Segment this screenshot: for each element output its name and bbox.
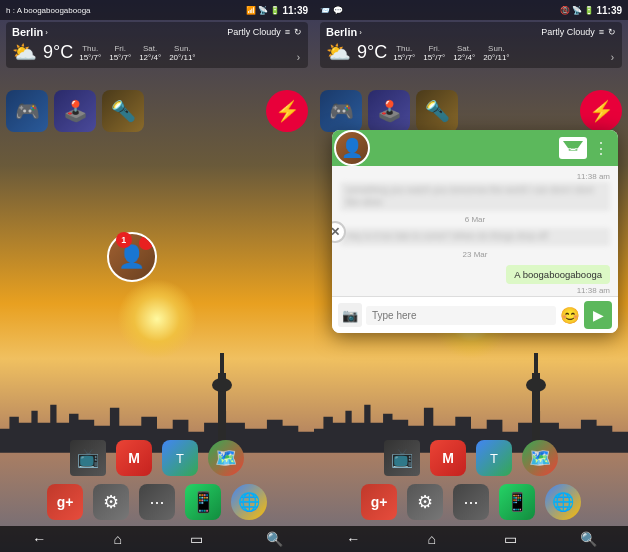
weather-main-right: ⛅ 9°C Thu. 15°/7° Fri. 15°/7° Sat. 12°/4… [326, 40, 616, 64]
back-button-right[interactable]: ← [338, 527, 368, 551]
status-bar-left: h : A boogaboogabooga 📶 📡 🔋 11:39 [0, 0, 314, 20]
dock-translate[interactable]: T [162, 440, 198, 476]
dock-settings[interactable]: ⚙ [93, 484, 129, 520]
notification-icon1: 📨 [320, 6, 330, 15]
sent-message: A boogaboogabooga [506, 265, 610, 284]
refresh-icon[interactable]: ↻ [294, 27, 302, 37]
notification-icon2: 💬 [333, 6, 343, 15]
dock-all-apps-right[interactable]: ··· [453, 484, 489, 520]
status-bar-right-icons: 📶 📡 🔋 11:39 [246, 5, 308, 16]
search-button[interactable]: 🔍 [260, 527, 290, 551]
status-left-icons: 📨 💬 [320, 6, 343, 15]
dock-tv[interactable]: 📺 [70, 440, 106, 476]
weather-icon-right: ⛅ [326, 40, 351, 64]
menu-icon: ≡ [285, 27, 290, 37]
chat-menu-dots[interactable]: ⋮ [593, 139, 610, 158]
dock-row-top: 📺 M T 🗺️ [70, 440, 244, 476]
flash-widget-right[interactable]: ⚡ [580, 90, 622, 132]
avatar-face-icon: 👤 [341, 137, 363, 159]
refresh-icon-right[interactable]: ↻ [608, 27, 616, 37]
chat-badge: 1 [116, 232, 132, 248]
weather-top: Berlin › Partly Cloudy ≡ ↻ [12, 26, 302, 38]
forecast-fri: Fri. 15°/7° [109, 44, 131, 62]
forecast-sat: Sat. 12°/4° [139, 44, 161, 62]
weather-city: Berlin › [12, 26, 48, 38]
battery-icon: 🔋 [270, 6, 280, 15]
battery-icon-right: 🔋 [584, 6, 594, 15]
envelope-icon[interactable]: ✉ [559, 137, 587, 159]
dock-maps-right[interactable]: 🗺️ [522, 440, 558, 476]
chat-header-icons: ✉ ⋮ [559, 137, 610, 159]
forecast-thu: Thu. 15°/7° [79, 44, 101, 62]
dock-tv-right[interactable]: 📺 [384, 440, 420, 476]
chat-messages: 11:38 am something you watch you tomorro… [332, 166, 618, 296]
bottom-nav-right: ← ⌂ ▭ 🔍 [314, 526, 628, 552]
msg-date-2: 23 Mar [340, 250, 610, 259]
dock-all-apps[interactable]: ··· [139, 484, 175, 520]
app-icon-game2-right[interactable]: 🕹️ [368, 90, 410, 132]
chat-bubble[interactable]: 👤 [107, 232, 157, 282]
wifi-icon-right: 📡 [572, 6, 582, 15]
dock-whatsapp[interactable]: 📱 [185, 484, 221, 520]
home-button[interactable]: ⌂ [103, 527, 133, 551]
chat-text-input[interactable] [366, 306, 556, 325]
dock-chrome-right[interactable]: 🌐 [545, 484, 581, 520]
weather-forecast: Thu. 15°/7° Fri. 15°/7° Sat. 12°/4° Sun.… [79, 44, 195, 62]
app-icon-game3[interactable]: 🔦 [102, 90, 144, 132]
weather-temp-right: 9°C [357, 42, 387, 63]
app-icons-row: 🎮 🕹️ 🔦 ⚡ [6, 90, 308, 132]
home-button-right[interactable]: ⌂ [417, 527, 447, 551]
dock-maps[interactable]: 🗺️ [208, 440, 244, 476]
sent-message-row: A boogaboogabooga 11:38 am [340, 263, 610, 296]
status-bar-right: 📨 💬 📵 📡 🔋 11:39 [314, 0, 628, 20]
flash-icon-right: ⚡ [589, 99, 614, 123]
forecast-sun: Sun. 20°/11° [169, 44, 195, 62]
weather-forecast-right: Thu. 15°/7° Fri. 15°/7° Sat. 12°/4° Sun.… [393, 44, 509, 62]
bottom-dock-right: 📺 M T 🗺️ g+ ⚙ ··· 📱 🌐 [314, 440, 628, 526]
recents-button-right[interactable]: ▭ [495, 527, 525, 551]
nav-arrow: › [297, 52, 300, 63]
app-icon-game2[interactable]: 🕹️ [54, 90, 96, 132]
signal-icon: 📶 [246, 6, 256, 15]
dock-chrome[interactable]: 🌐 [231, 484, 267, 520]
status-notification: h : A boogaboogabooga [6, 6, 91, 15]
dock-row-bottom-right: g+ ⚙ ··· 📱 🌐 [361, 484, 581, 520]
weather-city-right: Berlin › [326, 26, 362, 38]
app-icon-game1-right[interactable]: 🎮 [320, 90, 362, 132]
weather-condition: Partly Cloudy ≡ ↻ [227, 27, 302, 37]
chat-input-bar: 📷 😊 ▶ [332, 296, 618, 333]
dock-row-bottom: g+ ⚙ ··· 📱 🌐 [47, 484, 267, 520]
flash-widget[interactable]: ⚡ [266, 90, 308, 132]
msg-blurred-2: Hey is it too late to come? When do thin… [340, 228, 610, 246]
chat-avatar-wrapper: 👤 [334, 130, 376, 166]
time-display-right: 11:39 [596, 5, 622, 16]
dock-row-top-right: 📺 M T 🗺️ [384, 440, 558, 476]
dock-gmail-right[interactable]: M [430, 440, 466, 476]
dock-google-plus-right[interactable]: g+ [361, 484, 397, 520]
app-icons-row-right: 🎮 🕹️ 🔦 ⚡ [320, 90, 622, 132]
dock-whatsapp-right[interactable]: 📱 [499, 484, 535, 520]
msg-blurred-1: something you watch you tomorrow the wor… [340, 182, 610, 211]
camera-button[interactable]: 📷 [338, 303, 362, 327]
right-panel: 📨 💬 📵 📡 🔋 11:39 Berlin › Partly Cloudy ≡… [314, 0, 628, 552]
dock-google-plus[interactable]: g+ [47, 484, 83, 520]
weather-icon: ⛅ [12, 40, 37, 64]
back-button[interactable]: ← [24, 527, 54, 551]
app-icon-game3-right[interactable]: 🔦 [416, 90, 458, 132]
signal-icon-right: 📵 [560, 6, 570, 15]
emoji-button[interactable]: 😊 [560, 306, 580, 325]
chat-avatar[interactable]: 👤 [334, 130, 370, 166]
search-button-right[interactable]: 🔍 [574, 527, 604, 551]
recents-button[interactable]: ▭ [181, 527, 211, 551]
weather-main: ⛅ 9°C Thu. 15°/7° Fri. 15°/7° Sat. 12°/4… [12, 40, 302, 64]
dock-translate-right[interactable]: T [476, 440, 512, 476]
app-icon-game1[interactable]: 🎮 [6, 90, 48, 132]
dock-gmail[interactable]: M [116, 440, 152, 476]
send-button[interactable]: ▶ [584, 301, 612, 329]
left-panel: h : A boogaboogabooga 📶 📡 🔋 11:39 Berlin… [0, 0, 314, 552]
weather-condition-right: Partly Cloudy ≡ ↻ [541, 27, 616, 37]
status-right-area: 📵 📡 🔋 11:39 [560, 5, 622, 16]
dock-settings-right[interactable]: ⚙ [407, 484, 443, 520]
msg-date-1: 6 Mar [340, 215, 610, 224]
weather-top-right: Berlin › Partly Cloudy ≡ ↻ [326, 26, 616, 38]
